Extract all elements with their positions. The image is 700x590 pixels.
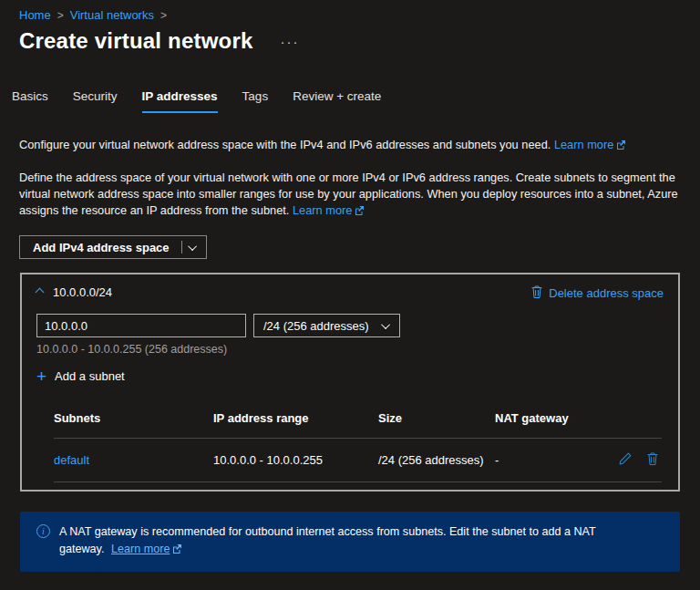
collapse-chevron-up-icon[interactable]: [36, 288, 45, 297]
subnet-nat-gateway: -: [495, 453, 619, 467]
subnets-table: Subnets IP address range Size NAT gatewa…: [54, 411, 664, 482]
plus-icon: +: [36, 370, 46, 383]
add-subnet-label: Add a subnet: [55, 369, 125, 383]
trash-icon: [531, 285, 542, 301]
edit-pencil-icon[interactable]: [619, 452, 632, 468]
breadcrumb-link-virtual-networks[interactable]: Virtual networks: [70, 8, 154, 22]
intro-learn-more-link[interactable]: Learn more: [554, 138, 613, 151]
tab-bar: Basics Security IP addresses Tags Review…: [0, 89, 700, 113]
delete-address-space-label: Delete address space: [549, 286, 664, 300]
column-header-subnets: Subnets: [54, 411, 213, 425]
table-divider: [54, 481, 662, 482]
subnet-name-link[interactable]: default: [54, 453, 89, 467]
subnet-ip-range: 10.0.0.0 - 10.0.0.255: [213, 453, 378, 467]
description-learn-more-link[interactable]: Learn more: [293, 203, 352, 217]
column-header-ip-range: IP address range: [213, 411, 378, 425]
address-space-inputs: /24 (256 addresses): [36, 314, 664, 337]
delete-trash-icon[interactable]: [647, 452, 658, 468]
breadcrumb: Home > Virtual networks >: [0, 0, 700, 22]
tab-ip-addresses[interactable]: IP addresses: [142, 89, 218, 113]
page-header: Create virtual network ···: [0, 28, 700, 54]
column-header-nat-gateway: NAT gateway: [495, 411, 662, 425]
banner-learn-more-link[interactable]: Learn more: [111, 543, 170, 555]
address-range-summary: 10.0.0.0 - 10.0.0.255 (256 addresses): [36, 343, 664, 356]
chevron-down-icon: [381, 320, 390, 329]
external-link-icon: [172, 542, 181, 559]
prefix-size-dropdown[interactable]: /24 (256 addresses): [253, 314, 400, 337]
subnet-size: /24 (256 addresses): [378, 453, 495, 467]
tab-review-create[interactable]: Review + create: [293, 89, 381, 113]
tab-basics[interactable]: Basics: [12, 89, 48, 113]
external-link-icon: [355, 203, 364, 220]
nat-gateway-info-banner: i A NAT gateway is recommended for outbo…: [20, 512, 680, 572]
page-title: Create virtual network: [19, 28, 252, 54]
description-text: Define the address space of your virtual…: [0, 170, 700, 220]
address-space-title: 10.0.0.0/24: [53, 285, 112, 299]
tab-tags[interactable]: Tags: [242, 89, 269, 113]
prefix-size-value: /24 (256 addresses): [263, 319, 369, 333]
address-space-header: 10.0.0.0/24 Delete address space: [36, 285, 664, 301]
add-ipv4-address-space-label: Add IPv4 address space: [33, 241, 170, 254]
breadcrumb-separator: >: [57, 9, 64, 22]
address-space-card: 10.0.0.0/24 Delete address space /24 (25…: [20, 273, 680, 492]
column-header-size: Size: [378, 411, 495, 425]
ip-address-input[interactable]: [36, 314, 246, 337]
add-subnet-button[interactable]: + Add a subnet: [36, 369, 125, 383]
intro-text: Configure your virtual network address s…: [0, 137, 700, 154]
table-row: default 10.0.0.0 - 10.0.0.255 /24 (256 a…: [54, 439, 662, 481]
button-divider: [181, 241, 182, 254]
breadcrumb-link-home[interactable]: Home: [19, 8, 51, 22]
chevron-down-icon[interactable]: [188, 242, 197, 251]
info-icon: i: [36, 524, 50, 538]
delete-address-space-button[interactable]: Delete address space: [531, 285, 664, 301]
breadcrumb-separator: >: [160, 9, 167, 22]
banner-text: A NAT gateway is recommended for outboun…: [59, 523, 606, 559]
subnets-table-header-row: Subnets IP address range Size NAT gatewa…: [54, 411, 662, 438]
more-options-icon[interactable]: ···: [280, 34, 299, 49]
intro-text-body: Configure your virtual network address s…: [19, 138, 551, 151]
add-ipv4-address-space-button[interactable]: Add IPv4 address space: [19, 235, 207, 259]
external-link-icon: [616, 138, 625, 154]
tab-security[interactable]: Security: [73, 89, 118, 113]
